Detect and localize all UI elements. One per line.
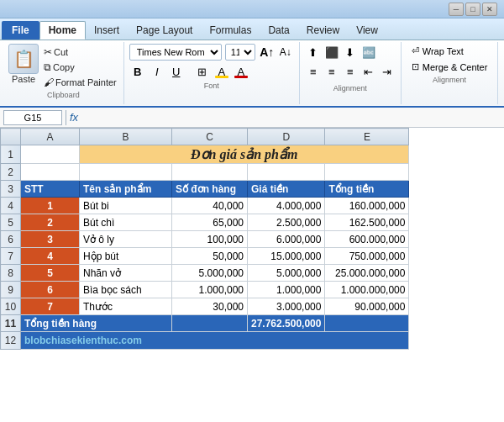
cell-B4[interactable]: Bút bi (80, 198, 172, 214)
cell-D5[interactable]: 2.500,000 (248, 214, 325, 231)
tab-review[interactable]: Review (298, 21, 348, 40)
col-header-E[interactable]: E (325, 129, 409, 145)
cell-B5[interactable]: Bút chì (80, 214, 172, 231)
cell-A4[interactable]: 1 (21, 198, 80, 214)
fill-color-button[interactable]: A (213, 63, 230, 80)
cell-D2[interactable] (248, 164, 325, 181)
cell-C8[interactable]: 5.000,000 (172, 265, 248, 282)
spreadsheet-table: A B C D E 1 Đơn giá sản phẩm 2 (0, 128, 409, 350)
cell-E4[interactable]: 160.000,000 (325, 198, 409, 214)
cell-E9[interactable]: 1.000.000,000 (325, 282, 409, 298)
decrease-indent-button[interactable]: ⇤ (360, 63, 377, 80)
cell-B6[interactable]: Vở ô ly (80, 231, 172, 248)
shrink-font-button[interactable]: A↓ (277, 44, 294, 61)
tab-formulas[interactable]: Formulas (201, 21, 260, 40)
cell-A10[interactable]: 7 (21, 298, 80, 315)
tab-insert[interactable]: Insert (86, 21, 128, 40)
tab-file[interactable]: File (2, 21, 39, 40)
border-button[interactable]: ⊞ (194, 63, 211, 80)
cell-B1-title[interactable]: Đơn giá sản phẩm (80, 145, 409, 164)
cell-B9[interactable]: Bìa bọc sách (80, 282, 172, 298)
align-middle-button[interactable]: ⬛ (323, 44, 340, 61)
cell-E5[interactable]: 162.500,000 (325, 214, 409, 231)
italic-button[interactable]: I (149, 63, 165, 80)
paste-button[interactable]: 📋 Paste (8, 44, 39, 84)
cell-C6[interactable]: 100,000 (172, 231, 248, 248)
font-size-select[interactable]: 11 12 14 (225, 44, 255, 61)
cell-E8[interactable]: 25.000.000,000 (325, 265, 409, 282)
cell-E6[interactable]: 600.000,000 (325, 231, 409, 248)
tab-data[interactable]: Data (260, 21, 297, 40)
col-header-C[interactable]: C (172, 129, 248, 145)
cut-button[interactable]: ✂ Cut (42, 45, 118, 59)
format-painter-label: Format Painter (55, 77, 117, 87)
tab-home[interactable]: Home (39, 21, 86, 40)
col-header-D[interactable]: D (248, 129, 325, 145)
cell-E10[interactable]: 90.000,000 (325, 298, 409, 315)
clipboard-controls: 📋 Paste ✂ Cut ⧉ Copy 🖌 Format Painter (8, 44, 118, 89)
text-angle-button[interactable]: 🔤 (360, 44, 377, 61)
col-header-B[interactable]: B (80, 129, 172, 145)
align-top-button[interactable]: ⬆ (305, 44, 322, 61)
cell-total-value[interactable]: 27.762.500,000 (248, 315, 325, 332)
cell-D7[interactable]: 15.000,000 (248, 248, 325, 265)
cell-C3-orders[interactable]: Số đơn hàng (172, 181, 248, 198)
font-color-button[interactable]: A (233, 63, 249, 80)
cell-A1[interactable] (21, 145, 80, 164)
cell-D10[interactable]: 3.000,000 (248, 298, 325, 315)
bold-button[interactable]: B (129, 63, 146, 80)
cell-A5[interactable]: 2 (21, 214, 80, 231)
font-size-buttons: A↑ A↓ (259, 44, 294, 61)
cell-C5[interactable]: 65,000 (172, 214, 248, 231)
cell-C7[interactable]: 50,000 (172, 248, 248, 265)
cell-B3-name[interactable]: Tên sản phẩm (80, 181, 172, 198)
cell-A3-stt[interactable]: STT (21, 181, 80, 198)
cell-E7[interactable]: 750.000,000 (325, 248, 409, 265)
cell-B7[interactable]: Hộp bút (80, 248, 172, 265)
cell-A9[interactable]: 6 (21, 282, 80, 298)
cell-total-label[interactable]: Tổng tiền hàng (21, 315, 172, 332)
clipboard-group-label: Clipboard (8, 91, 118, 99)
table-row: 6 3 Vở ô ly 100,000 6.000,000 600.000,00… (1, 231, 409, 248)
align-left-button[interactable]: ≡ (305, 63, 322, 80)
cell-D3-price[interactable]: Giá tiền (248, 181, 325, 198)
cell-D4[interactable]: 4.000,000 (248, 198, 325, 214)
cell-D8[interactable]: 5.000,000 (248, 265, 325, 282)
cell-B2[interactable] (80, 164, 172, 181)
font-family-select[interactable]: Times New Roman Arial Calibri (129, 44, 222, 61)
cell-B8[interactable]: Nhãn vở (80, 265, 172, 282)
cell-D9[interactable]: 1.000,000 (248, 282, 325, 298)
cell-D6[interactable]: 6.000,000 (248, 231, 325, 248)
cell-A2[interactable] (21, 164, 80, 181)
tab-view[interactable]: View (348, 21, 386, 40)
col-header-A[interactable]: A (21, 129, 80, 145)
merge-center-button[interactable]: ⊡ Merge & Center (408, 60, 491, 74)
format-painter-button[interactable]: 🖌 Format Painter (42, 76, 118, 89)
cell-C9[interactable]: 1.000,000 (172, 282, 248, 298)
cell-E3-total[interactable]: Tổng tiền (325, 181, 409, 198)
align-center-button[interactable]: ≡ (323, 63, 340, 80)
align-right-button[interactable]: ≡ (342, 63, 359, 80)
increase-indent-button[interactable]: ⇥ (379, 63, 396, 80)
wrap-text-button[interactable]: ⏎ Wrap Text (408, 44, 491, 58)
cell-A7[interactable]: 4 (21, 248, 80, 265)
tab-page-layout[interactable]: Page Layout (128, 21, 201, 40)
minimize-button[interactable]: ─ (449, 3, 464, 16)
align-bottom-button[interactable]: ⬇ (342, 44, 359, 61)
table-row: 8 5 Nhãn vở 5.000,000 5.000,000 25.000.0… (1, 265, 409, 282)
maximize-button[interactable]: □ (465, 3, 480, 16)
cell-C2[interactable] (172, 164, 248, 181)
cell-A8[interactable]: 5 (21, 265, 80, 282)
name-box[interactable] (3, 110, 62, 125)
cell-C4[interactable]: 40,000 (172, 198, 248, 214)
row-number: 12 (1, 332, 21, 350)
cell-A6[interactable]: 3 (21, 231, 80, 248)
close-button[interactable]: ✕ (482, 3, 497, 16)
cell-B10[interactable]: Thước (80, 298, 172, 315)
formula-input[interactable] (81, 112, 501, 124)
grow-font-button[interactable]: A↑ (259, 44, 276, 61)
cell-C10[interactable]: 30,000 (172, 298, 248, 315)
copy-button[interactable]: ⧉ Copy (42, 61, 118, 74)
cell-E2[interactable] (325, 164, 409, 181)
underline-button[interactable]: U (168, 63, 185, 80)
